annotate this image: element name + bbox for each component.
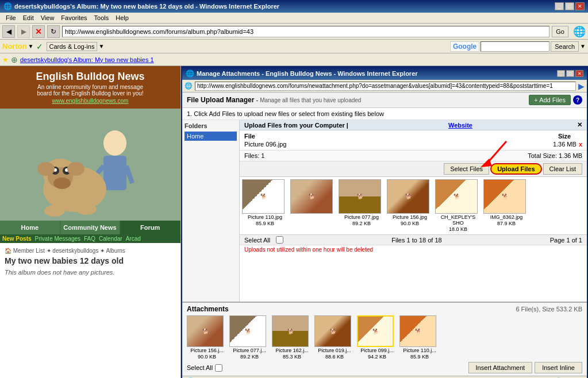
address-input[interactable] (62, 26, 549, 37)
attach-thumb-5[interactable]: 🐕 Picture 110.j... 85.9 KB (399, 315, 440, 360)
folders-panel: Folders Home (182, 120, 240, 302)
dialog-title-bar: 🌐 Manage Attachments - English Bulldog N… (182, 67, 587, 80)
sub-arcade[interactable]: Arcad (126, 236, 141, 242)
attach-img-0: 🐕 (187, 315, 224, 347)
dialog-address-input[interactable] (195, 82, 576, 91)
files-grid: 🐕 Picture 110.jpg 85.9 KB 🐕 🐕 Picture 07… (240, 177, 587, 234)
menu-help[interactable]: Help (112, 13, 132, 22)
upload-file-row: Picture 096.jpg 1.36 MB x (244, 141, 582, 148)
dialog-nav-icon[interactable]: ▶ (578, 82, 585, 91)
menu-tools[interactable]: Tools (91, 13, 113, 22)
svg-point-14 (67, 162, 84, 176)
back-button[interactable]: ◀ (2, 25, 15, 38)
go-button[interactable]: Go (552, 26, 568, 37)
remove-file-button[interactable]: x (579, 141, 582, 148)
file-thumb-img-extra: 🐕 (290, 179, 333, 214)
google-dropdown[interactable]: ▼ (580, 43, 586, 49)
file-thumb-img-3: 🐕 (435, 179, 478, 214)
dialog-minimize-button[interactable]: _ (557, 70, 565, 77)
attach-size-1: 89.2 KB (229, 354, 270, 360)
sub-faq[interactable]: FAQ (84, 236, 95, 242)
dialog-maximize-button[interactable]: □ (566, 70, 574, 77)
norton-dropdown2[interactable]: ▼ (98, 43, 104, 49)
file-thumb-2[interactable]: 🐕 Picture 156.jpg 90.0 KB (387, 179, 433, 232)
sub-new-posts[interactable]: New Posts (2, 236, 32, 242)
svg-rect-2 (103, 156, 126, 190)
nav-forum[interactable]: Forum (120, 221, 180, 234)
attach-size-5: 85.9 KB (399, 354, 440, 360)
file-thumb-0[interactable]: 🐕 Picture 110.jpg 85.9 KB (242, 179, 288, 232)
dialog-close-button[interactable]: ✕ (575, 70, 583, 77)
norton-dropdown[interactable]: ▼ (28, 43, 34, 49)
sub-calendar[interactable]: Calendar (99, 236, 122, 242)
file-thumb-img-2: 🐕 (387, 179, 429, 214)
attach-label-1: Picture 077.j... (229, 348, 270, 353)
manage-attachments-dialog: 🌐 Manage Attachments - English Bulldog N… (181, 66, 588, 378)
favorites-add-icon[interactable]: ⊕ (11, 55, 18, 64)
upload-files-button[interactable]: Upload Files (490, 163, 541, 175)
address-toolbar: ◀ ▶ ✕ ↻ Go 🌐 (0, 24, 588, 40)
menu-file[interactable]: File (2, 13, 20, 22)
select-all-checkbox[interactable] (276, 236, 283, 244)
folder-home[interactable]: Home (185, 132, 237, 141)
nav-community-news[interactable]: Community News (60, 221, 121, 234)
file-upload-title: File Upload Manager (187, 96, 254, 104)
norton-label: Norton (2, 42, 27, 51)
file-thumb-extra[interactable]: 🐕 (290, 179, 336, 232)
attach-label-4: Picture 099.j... (357, 348, 397, 353)
menu-favorites[interactable]: Favorites (57, 13, 90, 22)
forward-button[interactable]: ▶ (17, 25, 30, 38)
attach-label-0: Picture 156.j... (187, 348, 227, 353)
file-thumb-4[interactable]: 🐕 IMG_8362.jpg 87.9 KB (483, 179, 529, 232)
files-panel-header: Upload Files from your Computer | Websit… (240, 120, 587, 130)
svg-point-16 (76, 203, 97, 215)
sub-private-messages[interactable]: Private Messages (35, 236, 80, 242)
attach-thumb-0[interactable]: 🐕 Picture 156.j... 90.0 KB (187, 315, 227, 360)
file-thumb-1[interactable]: 🐕 Picture 077.jpg 89.2 KB (339, 179, 385, 232)
attachments-header: Attachments 6 File(s), Size 533.2 KB (187, 305, 582, 313)
select-all-attach-checkbox[interactable] (215, 364, 222, 372)
google-search-button[interactable]: Search (551, 41, 579, 52)
attach-thumb-1[interactable]: 🐕 Picture 077.j... 89.2 KB (229, 315, 270, 360)
files-footer: Select All Files 1 to 18 of 18 Page 1 of… (240, 234, 587, 245)
attach-thumb-2[interactable]: 🐕 Picture 162.j... 85.3 KB (272, 315, 312, 360)
files-col-header: File (244, 133, 558, 140)
maximize-button[interactable]: □ (565, 2, 574, 10)
bulldog-illustration (0, 109, 180, 221)
norton-check: ✓ (36, 42, 43, 51)
dialog-ie-icon2: 🌐 (185, 82, 193, 90)
close-button[interactable]: ✕ (575, 2, 585, 10)
file-thumb-label-0: Picture 110.jpg (242, 214, 288, 220)
insert-inline-button[interactable]: Insert Inline (535, 362, 582, 373)
help-button[interactable]: ? (573, 95, 582, 105)
site-title: English Bulldog News (5, 71, 176, 83)
attachments-info: 6 File(s), Size 533.2 KB (516, 306, 582, 313)
website-link[interactable]: Website (448, 122, 472, 129)
favorites-link[interactable]: desertskybulldog's Album: My two new bab… (20, 56, 154, 63)
google-area: Google Search ▼ (450, 41, 586, 52)
file-thumb-3[interactable]: 🐕 CH_KEPLEY'S SHO 18.0 KB (435, 179, 481, 232)
browser-title: desertskybulldogs's Album: My two new ba… (14, 3, 555, 10)
menu-edit[interactable]: Edit (20, 13, 37, 22)
menu-view[interactable]: View (37, 13, 58, 22)
stop-button[interactable]: ✕ (32, 25, 45, 38)
minimize-button[interactable]: _ (555, 2, 564, 10)
google-search-input[interactable] (481, 41, 549, 52)
norton-cards[interactable]: Cards & Log-ins (47, 42, 98, 51)
insert-attachment-button[interactable]: Insert Attachment (468, 362, 533, 373)
refresh-button[interactable]: ↻ (47, 25, 60, 38)
clear-list-button[interactable]: Clear List (543, 163, 582, 175)
attach-thumb-3[interactable]: 🐕 Picture 019.j... 88.6 KB (314, 315, 355, 360)
nav-home[interactable]: Home (0, 221, 60, 234)
attach-thumb-4[interactable]: 🐕 Picture 099.j... 94.2 KB (357, 315, 397, 360)
select-files-button[interactable]: Select Files (444, 163, 489, 175)
site-url[interactable]: www.englishbulldognews.com (5, 98, 176, 104)
page-info: Page 1 of 1 (550, 237, 582, 244)
close-upload-icon[interactable]: ✕ (577, 121, 582, 129)
file-thumb-label-4: IMG_8362.jpg (483, 214, 529, 220)
instructions-bar: 1. Click Add Files to upload new files o… (182, 108, 587, 120)
no-pictures-text: This album does not have any pictures. (5, 269, 176, 276)
secondary-toolbar: Norton ▼ ✓ Cards & Log-ins ▼ Google Sear… (0, 40, 588, 53)
add-files-button[interactable]: + Add Files (529, 95, 571, 105)
file-thumb-size-4: 87.9 KB (483, 221, 529, 226)
